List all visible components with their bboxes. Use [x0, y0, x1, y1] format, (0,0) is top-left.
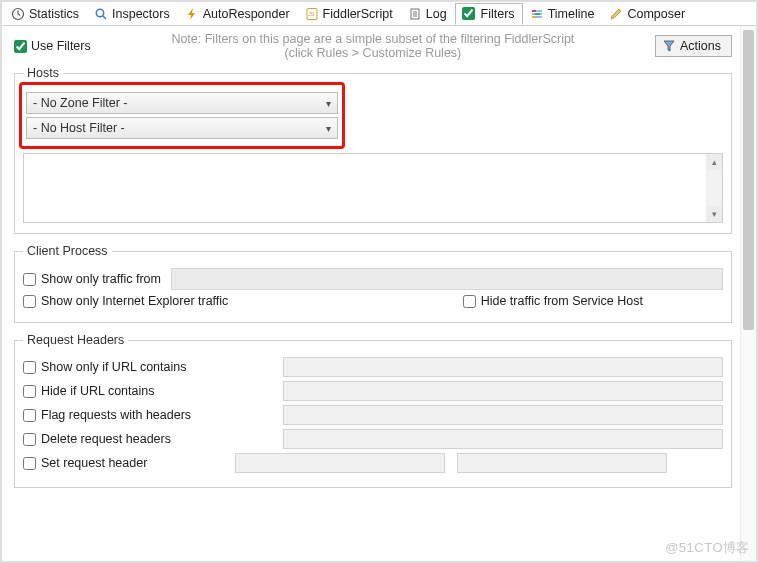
svg-point-1 — [96, 9, 103, 16]
set-header-label: Set request header — [41, 456, 147, 470]
flag-with-headers[interactable]: Flag requests with headers — [23, 408, 223, 422]
tab-label: FiddlerScript — [323, 7, 393, 21]
show-only-traffic-from-label: Show only traffic from — [41, 272, 161, 286]
textarea-scrollbar[interactable]: ▴ ▾ — [706, 154, 722, 222]
js-file-icon: JS — [305, 7, 319, 21]
show-only-ie-label: Show only Internet Explorer traffic — [41, 294, 228, 308]
tab-label: Log — [426, 7, 447, 21]
set-request-header[interactable]: Set request header — [23, 456, 223, 470]
request-headers-legend: Request Headers — [23, 333, 128, 347]
highlight-box: - No Zone Filter - ▾ - No Host Filter - … — [19, 82, 345, 149]
client-process-legend: Client Process — [23, 244, 112, 258]
tab-autoresponder[interactable]: AutoResponder — [178, 3, 298, 25]
show-only-traffic-from-checkbox[interactable] — [23, 273, 36, 286]
hide-if-url-checkbox[interactable] — [23, 385, 36, 398]
show-if-url-contains[interactable]: Show only if URL contains — [23, 360, 223, 374]
set-header-name-input[interactable] — [235, 453, 445, 473]
delete-headers-input[interactable] — [283, 429, 723, 449]
tab-filters[interactable]: Filters — [455, 3, 523, 25]
hosts-group: Hosts - No Zone Filter - ▾ - No Host Fil… — [14, 66, 732, 234]
show-only-ie[interactable]: Show only Internet Explorer traffic — [23, 294, 228, 308]
hosts-textarea[interactable]: ▴ ▾ — [23, 153, 723, 223]
chevron-down-icon: ▾ — [326, 98, 331, 109]
host-filter-value: - No Host Filter - — [33, 121, 125, 135]
show-only-traffic-from[interactable]: Show only traffic from — [23, 272, 161, 286]
tab-label: Statistics — [29, 7, 79, 21]
request-headers-group: Request Headers Show only if URL contain… — [14, 333, 732, 488]
show-if-url-input[interactable] — [283, 357, 723, 377]
vertical-scrollbar[interactable] — [740, 26, 756, 561]
delete-headers-label: Delete request headers — [41, 432, 171, 446]
use-filters-checkbox[interactable]: Use Filters — [14, 39, 91, 53]
document-icon — [408, 7, 422, 21]
client-process-group: Client Process Show only traffic from Sh… — [14, 244, 732, 323]
chevron-down-icon: ▾ — [326, 123, 331, 134]
tab-label: AutoResponder — [203, 7, 290, 21]
tab-label: Timeline — [548, 7, 595, 21]
hide-if-url-input[interactable] — [283, 381, 723, 401]
svg-rect-5 — [532, 10, 536, 12]
hide-service-host-checkbox[interactable] — [463, 295, 476, 308]
show-if-url-checkbox[interactable] — [23, 361, 36, 374]
timeline-icon — [530, 7, 544, 21]
magnifier-icon — [94, 7, 108, 21]
use-filters-input[interactable] — [14, 40, 27, 53]
clock-icon — [11, 7, 25, 21]
svg-rect-7 — [533, 16, 536, 18]
note-line2: (click Rules > Customize Rules) — [97, 46, 649, 60]
flag-headers-label: Flag requests with headers — [41, 408, 191, 422]
set-header-value-input[interactable] — [457, 453, 667, 473]
flag-headers-input[interactable] — [283, 405, 723, 425]
actions-button[interactable]: Actions — [655, 35, 732, 57]
tab-label: Inspectors — [112, 7, 170, 21]
filters-note: Note: Filters on this page are a simple … — [97, 32, 649, 60]
svg-text:JS: JS — [308, 11, 315, 17]
process-combo[interactable] — [171, 268, 723, 290]
set-header-checkbox[interactable] — [23, 457, 36, 470]
show-only-ie-checkbox[interactable] — [23, 295, 36, 308]
tab-label: Filters — [481, 7, 515, 21]
zone-filter-combo[interactable]: - No Zone Filter - ▾ — [26, 92, 338, 114]
hide-if-url-label: Hide if URL contains — [41, 384, 154, 398]
scrollbar-thumb[interactable] — [743, 30, 754, 330]
hide-service-host-label: Hide traffic from Service Host — [481, 294, 643, 308]
tab-log[interactable]: Log — [401, 3, 455, 25]
filters-panel: Use Filters Note: Filters on this page a… — [2, 26, 740, 561]
delete-request-headers[interactable]: Delete request headers — [23, 432, 223, 446]
note-line1: Note: Filters on this page are a simple … — [97, 32, 649, 46]
hide-if-url-contains[interactable]: Hide if URL contains — [23, 384, 223, 398]
zone-filter-value: - No Zone Filter - — [33, 96, 127, 110]
tab-composer[interactable]: Composer — [602, 3, 693, 25]
tab-filters-checkbox[interactable] — [462, 7, 475, 20]
pencil-icon — [609, 7, 623, 21]
host-filter-combo[interactable]: - No Host Filter - ▾ — [26, 117, 338, 139]
hosts-legend: Hosts — [23, 66, 63, 80]
scroll-down-icon[interactable]: ▾ — [706, 206, 722, 222]
flag-headers-checkbox[interactable] — [23, 409, 36, 422]
funnel-icon — [662, 39, 676, 53]
tab-strip: Statistics Inspectors AutoResponder JS F… — [2, 2, 756, 26]
hide-service-host[interactable]: Hide traffic from Service Host — [463, 294, 643, 308]
show-if-url-label: Show only if URL contains — [41, 360, 186, 374]
tab-inspectors[interactable]: Inspectors — [87, 3, 178, 25]
tab-timeline[interactable]: Timeline — [523, 3, 603, 25]
tab-label: Composer — [627, 7, 685, 21]
scroll-up-icon[interactable]: ▴ — [706, 154, 722, 170]
tab-fiddlerscript[interactable]: JS FiddlerScript — [298, 3, 401, 25]
actions-label: Actions — [680, 39, 721, 53]
lightning-icon — [185, 7, 199, 21]
use-filters-label: Use Filters — [31, 39, 91, 53]
tab-statistics[interactable]: Statistics — [4, 3, 87, 25]
delete-headers-checkbox[interactable] — [23, 433, 36, 446]
svg-rect-6 — [535, 13, 540, 15]
